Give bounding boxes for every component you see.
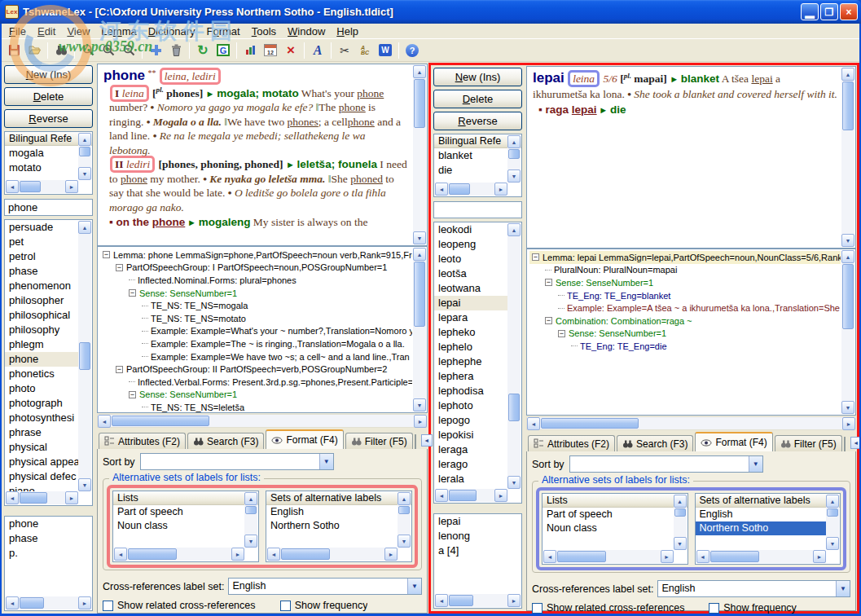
- horizontal-scrollbar[interactable]: ◄►: [435, 489, 507, 502]
- zoom-in-icon[interactable]: [99, 41, 118, 60]
- bilingual-item[interactable]: blanket: [434, 148, 508, 163]
- bilingual-item[interactable]: motato: [5, 161, 79, 175]
- horizontal-scrollbar[interactable]: ◄►: [435, 183, 507, 196]
- tree-node[interactable]: −Lemma: lepai LemmaSign=lepai,PartOfSpee…: [529, 251, 841, 264]
- checkbox-row[interactable]: Show related cross-references: [103, 600, 280, 611]
- tab-search[interactable]: Search (F3): [187, 433, 264, 449]
- collapse-icon[interactable]: −: [545, 279, 552, 286]
- lemma-item[interactable]: photo: [5, 381, 79, 396]
- reverse-button[interactable]: Reverse: [433, 112, 522, 130]
- tree-body[interactable]: −Lemma: phone LemmaSign=phone,PartOfSpee…: [100, 249, 412, 413]
- tree-node[interactable]: TE_NS: TE_NS=motato: [100, 312, 412, 325]
- collapse-icon[interactable]: −: [545, 317, 552, 324]
- checkbox-row[interactable]: Show frequency: [280, 600, 422, 611]
- save-icon[interactable]: [4, 41, 24, 60]
- tools-icon[interactable]: ✂: [335, 41, 354, 60]
- new-entry-button[interactable]: New (Ins): [4, 65, 93, 84]
- lemma-item[interactable]: physical appea: [5, 455, 79, 469]
- minimize-button[interactable]: ▬: [801, 3, 819, 20]
- collapse-icon[interactable]: −: [532, 253, 539, 261]
- lemma-item[interactable]: lepara: [434, 310, 508, 325]
- horizontal-scrollbar[interactable]: ◄►: [267, 548, 398, 561]
- vertical-scrollbar[interactable]: ▲▼: [413, 65, 426, 244]
- tree-node[interactable]: TE_NS: TE_NS=leletša: [100, 401, 412, 413]
- lemma-item[interactable]: phenomenon: [5, 279, 79, 293]
- lemma-item[interactable]: lepai: [434, 296, 508, 310]
- close-button[interactable]: ×: [840, 3, 858, 20]
- menu-item[interactable]: Format: [201, 24, 246, 38]
- statistics-icon[interactable]: [240, 41, 260, 60]
- list-item[interactable]: English: [696, 508, 828, 521]
- menu-item[interactable]: Window: [282, 24, 331, 38]
- sort-by-combo[interactable]: ▼: [140, 453, 334, 470]
- lemma-item[interactable]: persuade: [5, 220, 79, 235]
- lemma-item[interactable]: physical: [5, 440, 79, 455]
- crossref-combo[interactable]: English▼: [657, 580, 850, 597]
- tree-node[interactable]: Example: Example=We have two ~s; a cell~…: [100, 350, 412, 363]
- lemma-item[interactable]: leotwana: [434, 281, 508, 296]
- lemma-item[interactable]: phone: [5, 352, 79, 367]
- delete-entry-button[interactable]: Delete: [4, 87, 93, 106]
- tree-node[interactable]: −Sense: SenseNumber=1: [529, 276, 841, 289]
- tree-node[interactable]: TE_Eng: TE_Eng=blanket: [529, 289, 841, 302]
- lemma-item[interactable]: philosopher: [5, 293, 79, 308]
- delete-entry-icon[interactable]: [166, 41, 186, 60]
- menu-item[interactable]: Dictionary: [143, 24, 201, 38]
- tree-horizontal-scrollbar[interactable]: ◄►: [526, 416, 856, 430]
- vertical-scrollbar[interactable]: ▲▼: [841, 250, 854, 414]
- collapse-icon[interactable]: −: [116, 264, 123, 271]
- menu-item[interactable]: View: [61, 24, 95, 38]
- menu-item[interactable]: Help: [331, 24, 364, 38]
- lemma-item[interactable]: lepheko: [434, 325, 508, 340]
- tree-horizontal-scrollbar[interactable]: ◄►: [97, 414, 428, 428]
- tab-format[interactable]: Format (F4): [695, 432, 772, 451]
- lemma-item[interactable]: lepokisi: [434, 428, 508, 442]
- close-file-icon[interactable]: ×: [281, 41, 301, 60]
- history-item[interactable]: p.: [5, 546, 92, 561]
- crossref-combo[interactable]: English▼: [228, 578, 422, 595]
- tree-node[interactable]: Inflected.Verbal.Forms: Present.3rd.p.sg…: [100, 376, 412, 389]
- lemma-item[interactable]: philosophical: [5, 308, 79, 323]
- tree-node[interactable]: PluralNoun: PluralNoun=mapai: [529, 264, 841, 277]
- lemma-item[interactable]: phonetics: [5, 367, 79, 381]
- lemma-item[interactable]: phrase: [5, 425, 79, 440]
- bilingual-item[interactable]: die: [434, 163, 508, 178]
- tree-node[interactable]: −PartOfSpeechGroup: I PartOfSpeech=noun,…: [100, 262, 412, 275]
- collapse-icon[interactable]: −: [116, 366, 123, 373]
- list-item[interactable]: Part of speech: [113, 505, 245, 519]
- tab-filter[interactable]: Filter (F5): [775, 435, 842, 451]
- tab-attributes[interactable]: Attributes (F2): [99, 433, 186, 449]
- help-icon[interactable]: ?: [402, 41, 422, 60]
- lemma-item[interactable]: photosynthesi: [5, 411, 79, 425]
- tree-node[interactable]: −Sense: SenseNumber=1: [529, 328, 841, 341]
- lemma-item[interactable]: petrol: [5, 249, 79, 264]
- vertical-scrollbar[interactable]: ▲▼: [841, 68, 854, 247]
- lemma-item[interactable]: philosophy: [5, 323, 79, 337]
- tabs-scroll-left-icon[interactable]: ◄: [421, 434, 433, 447]
- sets-header[interactable]: Sets of alternative labels: [266, 491, 411, 505]
- open-icon[interactable]: [24, 41, 44, 60]
- vertical-scrollbar[interactable]: ▲▼: [826, 495, 839, 550]
- chevron-down-icon[interactable]: ▼: [749, 456, 762, 472]
- spellcheck-icon[interactable]: ABC: [355, 41, 375, 60]
- tree-node[interactable]: Inflected.Nominal.Forms: plural=phones: [100, 274, 412, 287]
- lemma-item[interactable]: leotša: [434, 266, 508, 281]
- vertical-scrollbar[interactable]: ▲▼: [507, 223, 521, 489]
- vertical-scrollbar[interactable]: ▲▼: [398, 492, 411, 548]
- tree-node[interactable]: TE_NS: TE_NS=mogala: [100, 299, 412, 312]
- zoom-out-icon[interactable]: [119, 41, 138, 60]
- vertical-scrollbar[interactable]: ▲▼: [78, 133, 91, 180]
- horizontal-scrollbar[interactable]: ◄►: [114, 548, 244, 561]
- history-item[interactable]: lenong: [434, 529, 521, 543]
- collapse-icon[interactable]: −: [129, 391, 136, 398]
- collapse-icon[interactable]: −: [558, 330, 565, 337]
- history-item[interactable]: lepai: [434, 514, 521, 529]
- vertical-scrollbar[interactable]: ▲▼: [244, 492, 257, 548]
- lemma-item[interactable]: lephera: [434, 369, 508, 384]
- chevron-down-icon[interactable]: ▼: [319, 454, 333, 469]
- bilingual-item[interactable]: mogala: [5, 146, 79, 161]
- find-icon[interactable]: [51, 41, 71, 60]
- history-item[interactable]: phase: [5, 531, 92, 546]
- sort-by-combo[interactable]: ▼: [569, 455, 763, 473]
- list-item[interactable]: Northern Sotho: [696, 521, 828, 535]
